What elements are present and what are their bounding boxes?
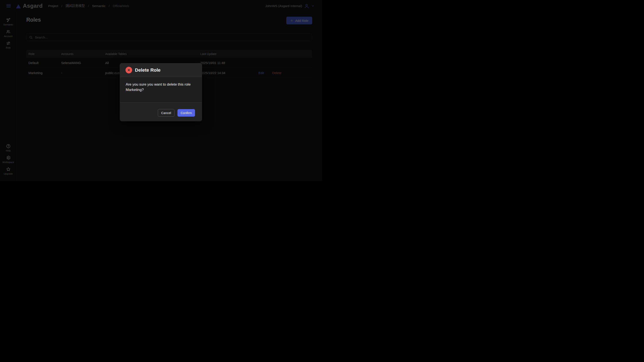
- modal-footer: Cancel Confirm: [120, 103, 202, 121]
- modal-title: Delete Role: [135, 67, 160, 73]
- confirm-button[interactable]: Confirm: [178, 109, 195, 117]
- delete-warning-icon: [126, 67, 132, 73]
- modal-header: Delete Role: [120, 63, 202, 77]
- cancel-button[interactable]: Cancel: [158, 109, 174, 117]
- modal-message: Are you sure you want to delete this rol…: [120, 77, 202, 103]
- delete-role-modal: Delete Role Are you sure you want to del…: [120, 63, 202, 121]
